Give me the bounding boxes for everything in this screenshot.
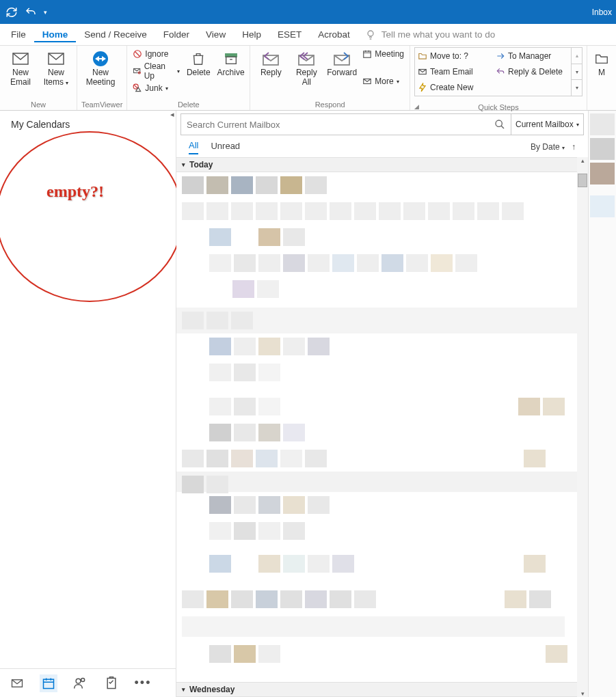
scroll-down-icon[interactable]: ▾	[577, 690, 588, 697]
sort-direction-icon[interactable]: ↑	[572, 142, 576, 152]
new-items-button[interactable]: New Items ▾	[40, 47, 72, 87]
sync-icon[interactable]	[5, 6, 18, 18]
search-input[interactable]	[187, 120, 494, 130]
qs-to-manager[interactable]: To Manager	[493, 48, 571, 64]
group-delete-label: Delete	[131, 99, 245, 110]
message-list-pane: Current Mailbox▾ All Unread By Date ▾ ↑ …	[176, 111, 589, 697]
collapse-folder-pane-icon[interactable]: ◂	[170, 110, 174, 119]
filter-all[interactable]: All	[189, 140, 198, 154]
navigation-bar: •••	[0, 668, 176, 697]
tab-folder[interactable]: Folder	[155, 27, 198, 42]
group-respond-label: Respond	[254, 99, 405, 110]
folder-move-icon	[418, 51, 427, 61]
svg-rect-9	[226, 57, 236, 64]
new-email-button[interactable]: New Email	[4, 47, 37, 87]
tab-acrobat[interactable]: Acrobat	[310, 27, 358, 42]
svg-point-19	[81, 678, 85, 681]
group-delete: Ignore Clean Up▾ Junk▾ Delete Archive De…	[127, 46, 250, 110]
tab-eset[interactable]: ESET	[269, 27, 310, 42]
group-tv-label: TeamViewer	[81, 99, 122, 110]
svg-rect-20	[107, 678, 116, 688]
chevron-down-icon: ▾	[182, 686, 185, 693]
section-today-label: Today	[189, 160, 213, 169]
section-today[interactable]: ▾Today	[176, 157, 588, 172]
annotation-circle	[0, 131, 183, 302]
lightbulb-icon	[365, 29, 376, 40]
svg-point-0	[368, 31, 373, 36]
reply-icon	[496, 67, 505, 77]
ribbon: New Email New Items ▾ New New Meeting Te…	[0, 46, 616, 111]
tell-me-label: Tell me what you want to do	[381, 29, 496, 40]
nav-calendar-icon[interactable]	[40, 674, 57, 692]
qs-move-to[interactable]: Move to: ?	[415, 48, 493, 64]
undo-icon[interactable]	[25, 6, 37, 18]
tell-me-search[interactable]: Tell me what you want to do	[365, 29, 496, 40]
search-box[interactable]	[180, 113, 511, 135]
reply-all-button[interactable]: Reply All	[290, 47, 323, 87]
envelope-icon	[362, 77, 372, 86]
calendar-icon	[362, 49, 372, 59]
search-scope-dropdown[interactable]: Current Mailbox▾	[511, 113, 584, 135]
section-wed-label: Wednesday	[189, 685, 235, 694]
title-bar: ▾ Inbox	[0, 0, 616, 24]
reading-pane	[589, 111, 616, 697]
qs-scroll-up[interactable]: ▴	[572, 48, 582, 64]
forward-button[interactable]: Forward	[325, 47, 358, 77]
delete-button[interactable]: Delete	[184, 47, 213, 77]
quicksteps-gallery: Move to: ? To Manager Team Email Reply &…	[414, 47, 582, 96]
qs-create-new[interactable]: Create New	[415, 80, 493, 96]
more-respond-button[interactable]: More▾	[361, 76, 405, 87]
group-teamviewer: New Meeting TeamViewer	[77, 46, 127, 110]
tab-file[interactable]: File	[3, 27, 34, 42]
qs-scroll-down[interactable]: ▾	[572, 64, 582, 81]
svg-rect-13	[364, 51, 371, 57]
group-new: New Email New Items ▾ New	[0, 46, 77, 110]
archive-button[interactable]: Archive	[216, 47, 245, 77]
junk-icon	[133, 83, 142, 93]
group-quicksteps: Move to: ? To Manager Team Email Reply &…	[410, 46, 587, 110]
svg-point-21	[496, 120, 502, 126]
scroll-thumb[interactable]	[578, 174, 587, 187]
sort-by-date[interactable]: By Date ▾	[531, 142, 565, 152]
tab-send-receive[interactable]: Send / Receive	[76, 27, 155, 42]
junk-button[interactable]: Junk▾	[131, 83, 180, 94]
window-title: Inbox	[592, 8, 616, 17]
nav-tasks-icon[interactable]	[103, 674, 120, 692]
qs-dialog-launcher[interactable]: ◢	[414, 103, 581, 110]
group-truncated: M	[587, 46, 616, 110]
tab-help[interactable]: Help	[234, 27, 269, 42]
chevron-down-icon: ▾	[182, 161, 185, 168]
customize-qat-icon[interactable]: ▾	[44, 9, 47, 16]
annotation-text: empty?!	[46, 182, 104, 201]
ignore-icon	[133, 49, 142, 59]
svg-rect-17	[44, 679, 54, 688]
group-new-label: New	[4, 99, 72, 110]
tab-view[interactable]: View	[198, 27, 234, 42]
filter-unread[interactable]: Unread	[211, 141, 240, 154]
section-wednesday[interactable]: ▾Wednesday	[176, 682, 577, 697]
nav-mail-icon[interactable]	[8, 674, 26, 692]
new-meeting-button[interactable]: New Meeting	[81, 47, 120, 87]
quick-access-toolbar: ▾	[0, 6, 53, 18]
reply-button[interactable]: Reply	[254, 47, 287, 77]
cleanup-button[interactable]: Clean Up▾	[131, 61, 180, 81]
qs-team-email[interactable]: Team Email	[415, 64, 493, 79]
folder-pane: ◂ My Calendars empty?! •••	[0, 111, 176, 697]
message-list-redacted	[176, 172, 588, 668]
qs-expand[interactable]: ▾	[572, 80, 582, 96]
scroll-up-icon[interactable]: ▴	[577, 157, 588, 164]
tab-home[interactable]: Home	[34, 27, 77, 42]
truncated-button[interactable]: M	[591, 47, 612, 77]
message-list-scrollbar[interactable]: ▴ ▾	[577, 157, 588, 697]
nav-people-icon[interactable]	[71, 674, 89, 692]
qs-reply-delete[interactable]: Reply & Delete	[493, 64, 571, 79]
search-scope-label: Current Mailbox	[515, 120, 574, 129]
nav-more-icon[interactable]: •••	[134, 674, 152, 692]
broom-icon	[133, 66, 141, 76]
svg-point-18	[76, 679, 81, 683]
search-icon[interactable]	[494, 119, 505, 130]
lightning-icon	[418, 83, 427, 92]
ignore-button[interactable]: Ignore	[131, 49, 180, 59]
ribbon-tabs: File Home Send / Receive Folder View Hel…	[0, 24, 616, 46]
meeting-button[interactable]: Meeting	[361, 49, 405, 59]
